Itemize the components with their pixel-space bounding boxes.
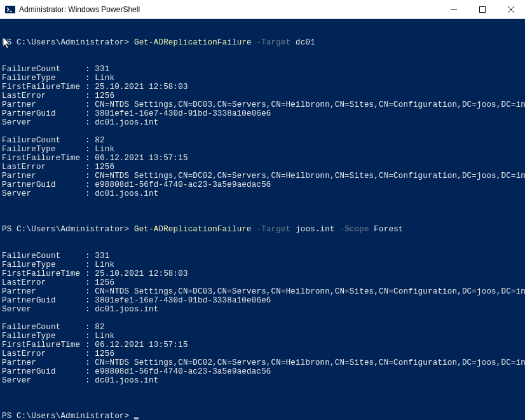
svg-rect-0: [5, 6, 15, 13]
output-line: Server : dc01.joos.int: [2, 376, 158, 385]
prompt: PS C:\Users\Administrator>: [2, 225, 134, 234]
output-line: Partner : CN=NTDS Settings,CN=DC03,CN=Se…: [2, 287, 525, 296]
output-line: FailureCount : 331: [2, 252, 109, 261]
output-line: LastError : 1256: [2, 163, 114, 172]
cmdlet-name: Get-ADReplicationFailure: [134, 38, 252, 47]
output-line: PartnerGuid : 3801efe1-16e7-430d-91bd-33…: [2, 296, 271, 305]
output-line: FailureCount : 331: [2, 65, 109, 74]
param-value: Forest: [374, 225, 403, 234]
minimize-button[interactable]: [439, 0, 468, 19]
output-line: FirstFailureTime : 25.10.2021 12:58:03: [2, 269, 188, 278]
output-line: Partner : CN=NTDS Settings,CN=DC02,CN=Se…: [2, 358, 525, 367]
output-line: FirstFailureTime : 06.12.2021 13:57:15: [2, 341, 188, 349]
param-value: dc01: [296, 38, 315, 47]
maximize-button[interactable]: [468, 0, 496, 19]
output-line: Partner : CN=NTDS Settings,CN=DC02,CN=Se…: [2, 172, 525, 180]
output-line: Server : dc01.joos.int: [2, 118, 158, 127]
output-line: FailureType : Link: [2, 261, 114, 269]
close-button[interactable]: [496, 0, 525, 19]
output-line: FailureType : Link: [2, 145, 114, 154]
output-line: FailureType : Link: [2, 74, 114, 83]
cmdlet-name: Get-ADReplicationFailure: [134, 225, 252, 234]
param-flag: -Target: [256, 38, 290, 47]
output-line: FirstFailureTime : 25.10.2021 12:58:03: [2, 83, 188, 91]
terminal[interactable]: PS C:\Users\Administrator> Get-ADReplica…: [0, 19, 525, 420]
output-line: LastError : 1256: [2, 349, 114, 358]
output-line: FailureCount : 82: [2, 136, 105, 145]
output-line: LastError : 1256: [2, 278, 114, 287]
output-line: FailureCount : 82: [2, 323, 105, 332]
output-line: PartnerGuid : e98808d1-56fd-4740-ac23-3a…: [2, 367, 271, 376]
output-line: FirstFailureTime : 06.12.2021 13:57:15: [2, 154, 188, 163]
prompt: PS C:\Users\Administrator>: [2, 412, 134, 420]
output-line: FailureType : Link: [2, 332, 114, 341]
output-line: Server : dc01.joos.int: [2, 305, 158, 314]
param-value: joos.int: [296, 225, 335, 234]
output-line: PartnerGuid : e98808d1-56fd-4740-ac23-3a…: [2, 180, 271, 189]
titlebar-title: Administrator: Windows PowerShell: [19, 5, 439, 14]
output-line: PartnerGuid : 3801efe1-16e7-430d-91bd-33…: [2, 109, 271, 118]
output-line: Partner : CN=NTDS Settings,CN=DC03,CN=Se…: [2, 100, 525, 109]
param-flag: -Scope: [339, 225, 369, 234]
text-cursor: [134, 417, 139, 419]
powershell-icon: [5, 4, 15, 15]
output-line: LastError : 1256: [2, 91, 114, 100]
prompt: PS C:\Users\Administrator>: [2, 38, 134, 47]
svg-rect-3: [479, 6, 485, 12]
output-line: Server : dc01.joos.int: [2, 189, 158, 198]
param-flag: -Target: [256, 225, 290, 234]
titlebar-controls: [439, 0, 525, 19]
titlebar[interactable]: Administrator: Windows PowerShell: [0, 0, 525, 19]
